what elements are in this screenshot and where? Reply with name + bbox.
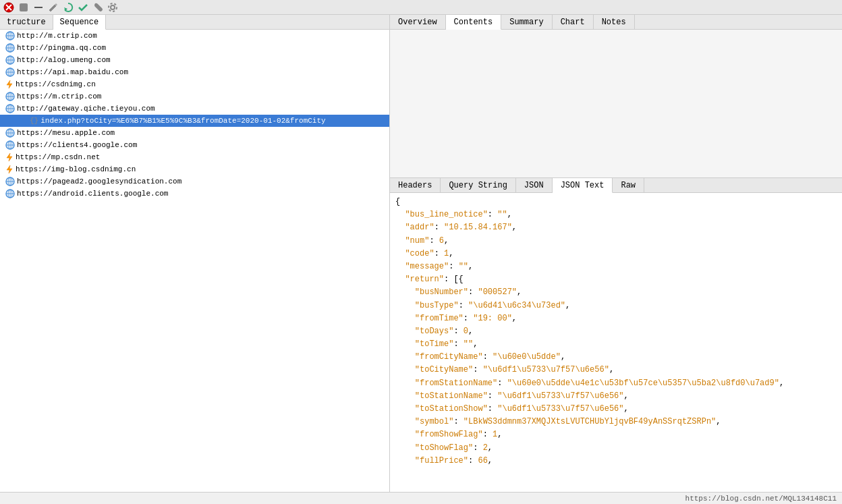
globe-icon <box>5 67 15 77</box>
list-item[interactable]: https://clients4.google.com <box>0 139 389 151</box>
item-text: https://clients4.google.com <box>17 141 137 149</box>
item-text: https://mp.csdn.net <box>16 153 100 161</box>
refresh-icon[interactable] <box>62 1 74 13</box>
json-line: "code": 1, <box>395 248 837 260</box>
json-line: "busNumber": "000527", <box>395 286 837 299</box>
list-item[interactable]: http://gateway.qiche.tieyou.com <box>0 103 389 115</box>
json-line: "fullPrice": 66, <box>395 455 837 468</box>
json-line: "toDays": 0, <box>395 325 837 338</box>
item-text: http://m.ctrip.com <box>17 32 97 40</box>
red-circle-icon[interactable] <box>3 1 15 13</box>
pencil-icon[interactable] <box>47 1 59 13</box>
list-item[interactable]: https://mp.csdn.net <box>0 151 389 163</box>
item-text: https://api.map.baidu.com <box>17 68 128 76</box>
globe-icon <box>5 128 15 138</box>
tab-sequence[interactable]: Sequence <box>53 15 107 30</box>
check-icon[interactable] <box>77 1 89 13</box>
list-item[interactable]: https://img-blog.csdnimg.cn <box>0 163 389 175</box>
svg-point-6 <box>111 5 115 9</box>
globe-icon <box>5 104 15 113</box>
svg-point-7 <box>109 3 117 11</box>
globe-icon <box>5 177 15 186</box>
svg-marker-24 <box>7 80 12 88</box>
tab-json[interactable]: JSON <box>516 178 553 192</box>
wrench-icon[interactable] <box>92 1 104 13</box>
item-text: index.php?toCity=%E6%B7%B1%E5%9C%B3&from… <box>40 117 325 125</box>
preview-area <box>390 30 842 178</box>
gear-icon[interactable] <box>107 1 119 13</box>
tab-raw[interactable]: Raw <box>613 178 644 192</box>
list-item[interactable]: https://pagead2.googlesyndication.com <box>0 175 389 188</box>
globe-icon <box>5 43 15 53</box>
svg-rect-4 <box>34 7 43 8</box>
tab-notes[interactable]: Notes <box>594 15 635 29</box>
json-line: "toTime": "", <box>395 338 837 351</box>
list-item[interactable]: https://csdnimg.cn <box>0 78 389 90</box>
lightning-icon <box>5 152 13 162</box>
tab-query-string[interactable]: Query String <box>441 178 515 192</box>
lightning-icon <box>5 80 13 89</box>
json-line: "return": [{ <box>395 273 837 286</box>
globe-icon <box>5 140 15 150</box>
json-line: "toStationShow": "\u6df1\u5733\u7f57\u6e… <box>395 403 837 416</box>
item-text: http://pingma.qq.com <box>17 44 106 52</box>
tab-contents[interactable]: Contents <box>446 15 502 30</box>
right-panel: OverviewContentsSummaryChartNotes Header… <box>390 15 842 492</box>
tab-overview[interactable]: Overview <box>390 15 446 29</box>
list-item[interactable]: {}index.php?toCity=%E6%B7%B1%E5%9C%B3&fr… <box>0 115 389 127</box>
item-text: https://mesu.apple.com <box>17 129 115 137</box>
json-line: { <box>395 196 837 208</box>
json-line: "toStationName": "\u6df1\u5733\u7f57\u6e… <box>395 390 837 403</box>
item-text: https://csdnimg.cn <box>16 80 96 88</box>
tab-headers[interactable]: Headers <box>390 178 441 192</box>
left-panel: tructure Sequence http://m.ctrip.comhttp… <box>0 15 390 492</box>
json-line: "addr": "10.15.84.167", <box>395 221 837 234</box>
item-text: https://android.clients.google.com <box>17 190 168 198</box>
item-text: https://img-blog.csdnimg.cn <box>16 165 136 173</box>
item-text: http://alog.umeng.com <box>17 56 111 64</box>
stop-icon[interactable] <box>18 1 30 13</box>
right-bottom-tab-bar: HeadersQuery StringJSONJSON TextRaw <box>390 178 842 193</box>
tab-structure[interactable]: tructure <box>0 15 53 29</box>
list-item[interactable]: http://pingma.qq.com <box>0 42 389 54</box>
json-line: "symbol": "LBkWS3ddmnm37XMQJXtsLVUTCHUbY… <box>395 416 837 428</box>
minus-icon[interactable] <box>32 1 45 13</box>
json-line: "fromStationName": "\u60e0\u5dde\u4e1c\u… <box>395 377 837 390</box>
left-tab-bar: tructure Sequence <box>0 15 389 30</box>
json-line: "busType": "\u6d41\u6c34\u73ed", <box>395 300 837 312</box>
svg-marker-42 <box>7 165 12 173</box>
tab-chart[interactable]: Chart <box>553 15 594 29</box>
json-line: "message": "", <box>395 260 837 273</box>
globe-icon <box>5 55 15 65</box>
item-text: https://m.ctrip.com <box>17 92 101 101</box>
list-item[interactable]: https://mesu.apple.com <box>0 127 389 139</box>
json-line: "bus_line_notice": "", <box>395 208 837 221</box>
globe-icon <box>5 31 15 40</box>
right-top-tab-bar: OverviewContentsSummaryChartNotes <box>390 15 842 30</box>
toolbar <box>0 0 842 15</box>
globe-icon <box>5 189 15 198</box>
list-item[interactable]: http://alog.umeng.com <box>0 54 389 66</box>
json-content[interactable]: { "bus_line_notice": "", "addr": "10.15.… <box>390 193 842 492</box>
json-line: "fromShowFlag": 1, <box>395 428 837 441</box>
svg-marker-41 <box>7 153 12 161</box>
lightning-icon <box>5 165 13 174</box>
list-item[interactable]: https://m.ctrip.com <box>0 90 389 103</box>
item-text: https://pagead2.googlesyndication.com <box>17 177 181 186</box>
list-item[interactable]: http://m.ctrip.com <box>0 30 389 42</box>
tab-json-text[interactable]: JSON Text <box>553 178 613 193</box>
tab-summary[interactable]: Summary <box>501 15 552 29</box>
json-line: "fromTime": "19: 00", <box>395 312 837 325</box>
request-list[interactable]: http://m.ctrip.comhttp://pingma.qq.comht… <box>0 30 389 492</box>
json-line: "toShowFlag": 2, <box>395 442 837 455</box>
main-layout: tructure Sequence http://m.ctrip.comhttp… <box>0 15 842 492</box>
json-line: "fromCityName": "\u60e0\u5dde", <box>395 351 837 364</box>
list-item[interactable]: https://api.map.baidu.com <box>0 66 389 78</box>
json-line: "num": 6, <box>395 235 837 248</box>
item-text: http://gateway.qiche.tieyou.com <box>17 105 155 113</box>
status-url: https://blog.csdn.net/MQL134148C11 <box>685 495 837 503</box>
status-bar: https://blog.csdn.net/MQL134148C11 <box>0 492 842 504</box>
json-line: "toCityName": "\u6df1\u5733\u7f57\u6e56"… <box>395 364 837 376</box>
list-item[interactable]: https://android.clients.google.com <box>0 188 389 200</box>
globe-icon <box>5 92 15 101</box>
